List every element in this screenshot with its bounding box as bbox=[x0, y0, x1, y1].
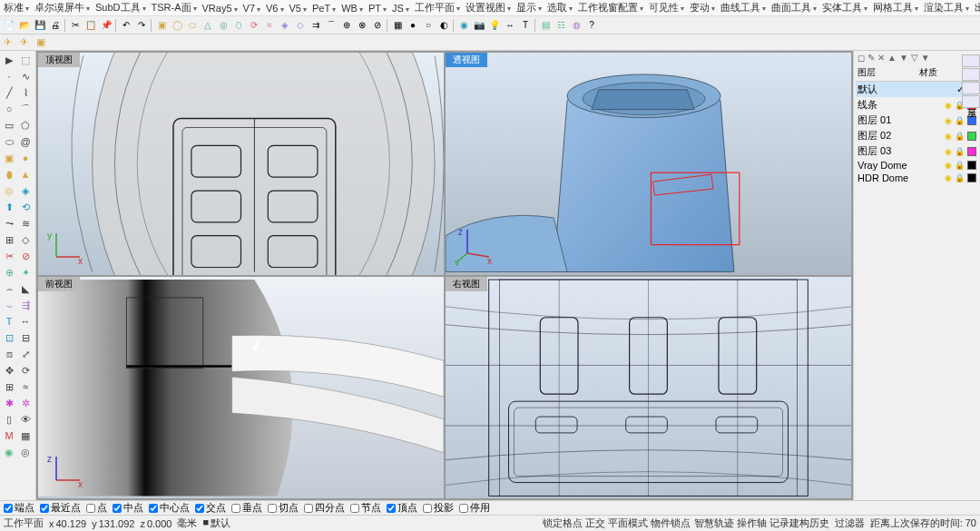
t-text-icon[interactable]: T bbox=[1, 313, 17, 329]
menu-5[interactable]: V7 bbox=[243, 3, 260, 14]
osnap-check[interactable] bbox=[387, 504, 396, 513]
osnap-2[interactable]: 点 bbox=[86, 501, 107, 515]
osnap-check[interactable] bbox=[4, 504, 13, 513]
props-icon[interactable]: ☷ bbox=[554, 18, 568, 33]
arr-icon[interactable]: ⊡ bbox=[1, 329, 17, 346]
netw-icon[interactable]: ⊞ bbox=[1, 231, 17, 248]
viewport-label[interactable]: 透视图 bbox=[446, 53, 487, 67]
menu-8[interactable]: PeT bbox=[312, 3, 336, 14]
new-icon[interactable]: 📄 bbox=[2, 18, 16, 33]
camera-icon[interactable]: 📷 bbox=[472, 18, 486, 33]
analyze2-icon[interactable]: ✲ bbox=[17, 395, 34, 411]
box-icon[interactable]: ▣ bbox=[154, 18, 169, 33]
ghost-icon[interactable]: ◐ bbox=[436, 18, 451, 33]
spiral-icon[interactable]: @ bbox=[17, 133, 34, 150]
viewport-label[interactable]: 前视图 bbox=[38, 277, 80, 291]
menu-7[interactable]: V5 bbox=[289, 3, 307, 14]
point-icon[interactable]: · bbox=[1, 68, 17, 84]
analyze-icon[interactable]: ✱ bbox=[1, 395, 17, 411]
menu-9[interactable]: WB bbox=[341, 3, 363, 14]
patch-icon[interactable]: ◇ bbox=[293, 18, 308, 33]
right-tab-1[interactable]: 图层 bbox=[962, 68, 980, 81]
osnap-10[interactable]: 顶点 bbox=[387, 501, 417, 515]
bulb-icon[interactable]: ◉ bbox=[945, 132, 952, 141]
explode-icon[interactable]: ✦ bbox=[17, 264, 34, 280]
menu-10[interactable]: PT bbox=[368, 3, 387, 14]
cut-icon[interactable]: ✂ bbox=[68, 18, 83, 33]
current-layer[interactable]: 默认 bbox=[211, 516, 230, 530]
color-swatch[interactable] bbox=[967, 147, 976, 156]
polyline-icon[interactable]: ⌇ bbox=[17, 84, 34, 101]
menu-21[interactable]: 实体工具 bbox=[822, 1, 867, 15]
osnap-5[interactable]: 交点 bbox=[195, 501, 226, 515]
osnap-9[interactable]: 节点 bbox=[350, 501, 381, 515]
sel-icon[interactable]: ▯ bbox=[1, 411, 17, 428]
osnap-check[interactable] bbox=[459, 504, 468, 513]
osnap-11[interactable]: 投影 bbox=[423, 501, 454, 515]
viewport-right[interactable]: 右视图 bbox=[446, 277, 851, 499]
flow-icon[interactable]: ≈ bbox=[17, 379, 34, 395]
circle-icon[interactable]: ○ bbox=[1, 101, 17, 117]
menu-2[interactable]: SubD工具 bbox=[95, 1, 146, 15]
lock-icon[interactable]: 🔒 bbox=[955, 147, 965, 156]
sphere-icon[interactable]: ◯ bbox=[170, 18, 184, 33]
osnap-8[interactable]: 四分点 bbox=[304, 501, 345, 515]
split-icon[interactable]: ⊘ bbox=[370, 18, 385, 33]
mesh-icon[interactable]: ▦ bbox=[390, 18, 405, 33]
menu-23[interactable]: 渲染工具 bbox=[924, 1, 969, 15]
light-icon[interactable]: 💡 bbox=[487, 18, 502, 33]
layer-row[interactable]: Vray Dome◉🔒 bbox=[856, 159, 978, 172]
osnap-check[interactable] bbox=[231, 504, 240, 513]
menu-12[interactable]: 工作平面 bbox=[415, 1, 460, 15]
layer-icon[interactable]: ▤ bbox=[538, 18, 553, 33]
right-tab-0[interactable]: 属性 bbox=[962, 54, 980, 67]
move-icon[interactable]: ✥ bbox=[1, 362, 17, 379]
copy-icon[interactable]: 📋 bbox=[83, 18, 98, 33]
osnap-check[interactable] bbox=[113, 504, 122, 513]
osnap-check[interactable] bbox=[40, 504, 49, 513]
loft-icon[interactable]: ≈ bbox=[262, 18, 277, 33]
lasso-icon[interactable]: ⬚ bbox=[17, 52, 34, 68]
revolve-icon[interactable]: ⟲ bbox=[17, 199, 34, 215]
bulb-icon[interactable]: ◉ bbox=[945, 147, 952, 156]
menu-13[interactable]: 设置视图 bbox=[466, 1, 511, 15]
surf-icon[interactable]: ◈ bbox=[278, 18, 292, 33]
viewport-label[interactable]: 右视图 bbox=[446, 277, 487, 291]
osnap-7[interactable]: 切点 bbox=[268, 501, 299, 515]
panel-btn-4[interactable]: ▼ bbox=[899, 53, 908, 63]
right-tab-2[interactable]: 记命视视图 bbox=[962, 82, 980, 94]
bulb-icon[interactable]: ◉ bbox=[945, 101, 952, 110]
save-icon[interactable]: 💾 bbox=[33, 18, 47, 33]
wire-icon[interactable]: ○ bbox=[421, 18, 436, 33]
cone-icon[interactable]: △ bbox=[201, 18, 215, 33]
menu-14[interactable]: 显示 bbox=[516, 1, 542, 15]
help-icon[interactable]: ? bbox=[584, 18, 599, 33]
layer-row[interactable]: 图层 03◉🔒 bbox=[856, 143, 978, 159]
cone-tool-icon[interactable]: ▲ bbox=[17, 166, 34, 182]
panel-btn-3[interactable]: ▲ bbox=[887, 53, 897, 63]
menu-19[interactable]: 曲线工具 bbox=[720, 1, 766, 15]
color-swatch[interactable] bbox=[967, 132, 976, 141]
grid-icon[interactable]: ▦ bbox=[17, 428, 34, 444]
viewport-front[interactable]: 前视图 xz bbox=[38, 277, 444, 499]
layer-row[interactable]: 线条◉🔒 bbox=[856, 97, 978, 113]
osnap-0[interactable]: 端点 bbox=[4, 501, 34, 515]
viewport-perspective[interactable]: 透视图 xzy bbox=[446, 53, 851, 275]
menu-6[interactable]: V6 bbox=[266, 3, 283, 14]
ellipse-icon[interactable]: ⬭ bbox=[1, 133, 17, 150]
torus-icon[interactable]: ◎ bbox=[216, 18, 230, 33]
scale-icon[interactable]: ⤢ bbox=[17, 346, 34, 362]
redo-icon[interactable]: ↷ bbox=[134, 18, 149, 33]
menu-4[interactable]: VRay5 bbox=[202, 3, 238, 14]
panel-btn-1[interactable]: ✎ bbox=[867, 53, 875, 63]
plane-tool-icon[interactable]: ◈ bbox=[17, 182, 34, 199]
polygon-icon[interactable]: ⬠ bbox=[17, 117, 34, 133]
patch-tool-icon[interactable]: ◇ bbox=[17, 231, 34, 248]
menu-22[interactable]: 网格工具 bbox=[873, 1, 918, 15]
viewport-top[interactable]: 顶视图 xy bbox=[38, 53, 444, 275]
lock-icon[interactable]: 🔒 bbox=[955, 173, 965, 182]
units[interactable]: 毫米 bbox=[177, 516, 197, 530]
menu-24[interactable]: 出图 bbox=[975, 1, 980, 15]
plane2-icon[interactable]: ✈ bbox=[20, 36, 33, 49]
menu-18[interactable]: 变动 bbox=[690, 1, 715, 15]
